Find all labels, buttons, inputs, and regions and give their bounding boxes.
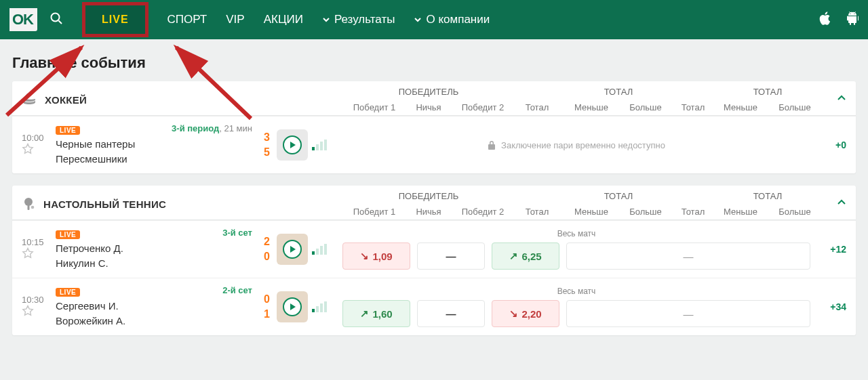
- col-over: Больше: [768, 204, 822, 219]
- betting-locked: Заключение пари временно недоступно: [336, 140, 816, 150]
- col-group-total1: ТОТАЛ: [564, 188, 673, 204]
- nav-about[interactable]: О компании: [414, 13, 490, 26]
- apple-icon[interactable]: [819, 12, 831, 28]
- main-nav: LIVE СПОРТ VIP АКЦИИ Результаты О компан…: [82, 2, 819, 37]
- score2: 1: [252, 307, 270, 322]
- nav-about-label: О компании: [426, 13, 490, 26]
- col-win1: Победит 1: [347, 100, 401, 115]
- team2: Ворожейкин А.: [56, 314, 252, 329]
- col-win2: Победит 2: [456, 204, 510, 219]
- stats-icon[interactable]: [312, 301, 327, 312]
- col-under: Меньше: [564, 204, 618, 219]
- page-content: Главные события ХОККЕЙ ПОБЕДИТЕЛЬ ТОТАЛ …: [0, 39, 868, 360]
- collapse-icon[interactable]: [837, 93, 846, 106]
- favorite-icon[interactable]: [22, 308, 34, 319]
- sport-name: ХОККЕЙ: [45, 94, 87, 106]
- col-under: Меньше: [713, 204, 768, 219]
- score1: 3: [252, 130, 270, 145]
- score2: 5: [252, 145, 270, 160]
- more-markets[interactable]: +34: [816, 301, 846, 312]
- live-badge: LIVE: [56, 230, 80, 239]
- odd-win2[interactable]: ↗6,25: [492, 242, 559, 270]
- sport-header: ХОККЕЙ ПОБЕДИТЕЛЬ ТОТАЛ ТОТАЛ Победит 1 …: [12, 81, 856, 116]
- nav-live[interactable]: LIVE: [82, 2, 149, 37]
- pingpong-icon: [22, 197, 35, 211]
- more-markets[interactable]: +12: [816, 244, 846, 255]
- team2: Пересмешники: [56, 152, 252, 167]
- team1: Петроченко Д.: [56, 241, 252, 256]
- stream-thumbnail[interactable]: [277, 234, 308, 265]
- match-time: 10:00: [22, 133, 56, 143]
- col-draw: Ничья: [401, 100, 456, 115]
- odd-win1[interactable]: ↘1,09: [342, 242, 410, 270]
- odd-draw[interactable]: —: [417, 300, 485, 327]
- arrow-up-icon: ↗: [360, 308, 369, 320]
- col-group-total1: ТОТАЛ: [564, 84, 673, 100]
- col-empty: [673, 188, 713, 204]
- site-logo[interactable]: OK: [9, 8, 37, 31]
- match-info[interactable]: LIVE 3-й сет Петроченко Д. Никулин С.: [56, 228, 252, 271]
- team1: Сергеевич И.: [56, 299, 252, 314]
- favorite-icon[interactable]: [22, 146, 34, 157]
- col-over: Больше: [618, 204, 673, 219]
- nav-results[interactable]: Результаты: [322, 13, 395, 26]
- odds-row: ↘1,09 — ↗6,25 —: [342, 242, 810, 270]
- teams: Черные пантеры Пересмешники: [56, 137, 252, 167]
- match-period: 2-й сет: [222, 285, 252, 295]
- team2: Никулин С.: [56, 256, 252, 271]
- svg-point-4: [31, 206, 35, 209]
- teams: Петроченко Д. Никулин С.: [56, 241, 252, 271]
- odd-win1[interactable]: ↗1,60: [342, 300, 410, 327]
- svg-point-0: [52, 14, 60, 22]
- match-info[interactable]: LIVE 2-й сет Сергеевич И. Ворожейкин А.: [56, 285, 252, 329]
- col-over: Больше: [768, 100, 822, 115]
- nav-vip[interactable]: VIP: [226, 13, 244, 26]
- play-icon: [283, 240, 302, 259]
- chevron-down-icon: [322, 16, 330, 24]
- stream-thumbnail[interactable]: [277, 291, 308, 322]
- top-navbar: OK LIVE СПОРТ VIP АКЦИИ Результаты О ком…: [0, 0, 868, 39]
- chevron-down-icon: [414, 16, 422, 24]
- stream-thumbnail[interactable]: [277, 129, 308, 161]
- match-row: 10:30 LIVE 2-й сет Сергеевич И. Ворожейк…: [12, 278, 856, 335]
- play-icon: [283, 297, 302, 316]
- search-icon[interactable]: [50, 12, 63, 28]
- col-draw: Ничья: [401, 204, 456, 219]
- arrow-up-icon: ↗: [509, 250, 518, 262]
- column-headers: ПОБЕДИТЕЛЬ ТОТАЛ ТОТАЛ Победит 1 Ничья П…: [347, 188, 822, 219]
- favorite-icon[interactable]: [22, 250, 34, 261]
- collapse-icon[interactable]: [837, 198, 846, 210]
- nav-sport[interactable]: СПОРТ: [167, 13, 208, 26]
- live-badge: LIVE: [56, 288, 80, 297]
- scores: 3 5: [252, 130, 270, 160]
- team1: Черные пантеры: [56, 137, 252, 152]
- col-under: Меньше: [564, 100, 618, 115]
- locked-text: Заключение пари временно недоступно: [501, 140, 665, 150]
- odds-row: ↗1,60 — ↘2,20 —: [342, 300, 810, 327]
- odd-draw[interactable]: —: [417, 242, 485, 270]
- col-group-winner: ПОБЕДИТЕЛЬ: [347, 188, 510, 204]
- match-time-col: 10:30: [22, 295, 56, 320]
- stats-icon[interactable]: [312, 244, 327, 255]
- sport-name: НАСТОЛЬНЫЙ ТЕННИС: [43, 198, 166, 210]
- match-time: 10:15: [22, 237, 56, 247]
- match-time: 10:30: [22, 295, 56, 305]
- nav-results-label: Результаты: [334, 13, 395, 26]
- match-period: 3-й период, 21 мин: [172, 123, 252, 133]
- nav-promo[interactable]: АКЦИИ: [264, 13, 303, 26]
- svg-line-1: [59, 21, 62, 24]
- score2: 0: [252, 249, 270, 264]
- scores: 2 0: [252, 234, 270, 264]
- odd-win2[interactable]: ↘2,20: [492, 300, 559, 327]
- more-markets[interactable]: +0: [816, 140, 846, 150]
- page-title: Главные события: [12, 54, 856, 72]
- android-icon[interactable]: [846, 12, 859, 28]
- stats-icon[interactable]: [312, 140, 327, 150]
- live-badge: LIVE: [56, 126, 80, 135]
- hockey-icon: [22, 92, 37, 107]
- match-row: 10:15 LIVE 3-й сет Петроченко Д. Никулин…: [12, 220, 856, 278]
- match-info[interactable]: LIVE 3-й период, 21 мин Черные пантеры П…: [56, 123, 252, 167]
- svg-rect-3: [28, 205, 30, 210]
- score1: 2: [252, 234, 270, 249]
- odds-scope: Весь матч: [557, 287, 596, 296]
